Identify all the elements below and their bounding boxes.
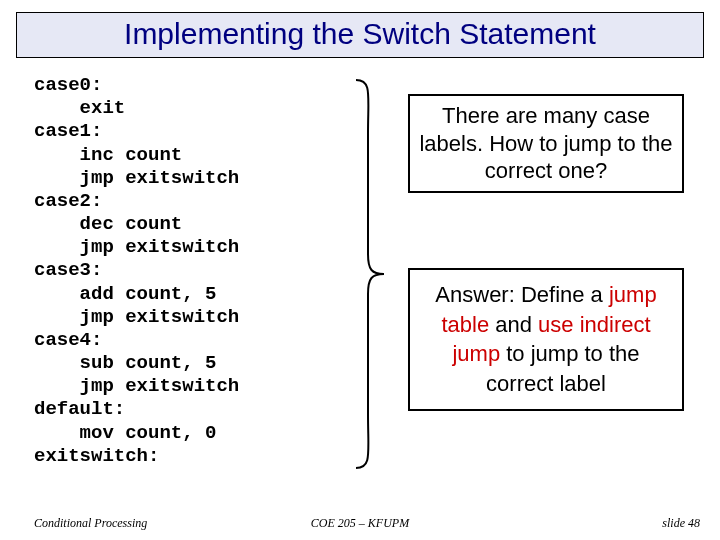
question-box: There are many case labels. How to jump … [408,94,684,193]
code-block: case0: exit case1: inc count jmp exitswi… [34,74,239,468]
answer-text-mid1: and [489,312,538,337]
footer: Conditional Processing COE 205 – KFUPM s… [0,516,720,534]
slide-title: Implementing the Switch Statement [16,12,704,58]
footer-right: slide 48 [662,516,700,531]
content-area: case0: exit case1: inc count jmp exitswi… [0,68,720,488]
answer-text-pre: Answer: Define a [435,282,609,307]
answer-box: Answer: Define a jump table and use indi… [408,268,684,411]
brace-icon [348,74,388,474]
footer-center: COE 205 – KFUPM [0,516,720,531]
answer-text-post: to jump to the correct label [486,341,639,396]
